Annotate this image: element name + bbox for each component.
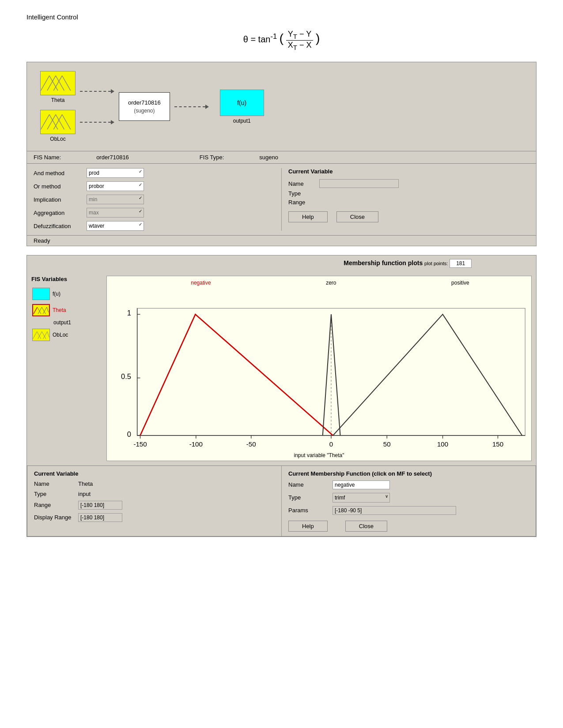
curr-var-type-row: Type [288, 190, 529, 197]
bottom-display-range-row: Display Range [34, 513, 275, 522]
arrows-in [80, 76, 114, 138]
bottom-range-input[interactable] [78, 501, 122, 510]
svg-line-6 [41, 115, 49, 130]
obloc-mf-svg [41, 110, 75, 134]
obloc-var-label: ObLoc [53, 332, 68, 338]
diagram-area: Theta ObLoc [27, 62, 536, 151]
bottom-type-row: Type input [34, 491, 275, 497]
arrowhead-1 [111, 89, 114, 94]
bottom-mf-params-input[interactable] [333, 506, 456, 515]
svg-line-3 [56, 76, 64, 91]
var-box-theta[interactable]: Theta [40, 71, 76, 103]
svg-line-10 [53, 115, 62, 130]
svg-text:0: 0 [127, 430, 131, 438]
bottom-display-range-input[interactable] [78, 513, 122, 522]
output-box[interactable]: f(u) [220, 90, 264, 116]
svg-line-0 [41, 76, 49, 91]
fu-icon [32, 288, 50, 300]
bottom-mf-type-select-wrap[interactable]: trimf trapmf gaussmf [333, 493, 390, 503]
bottom-mf-type-row: Type trimf trapmf gaussmf [288, 493, 529, 503]
svg-line-5 [62, 76, 71, 91]
svg-text:-150: -150 [133, 440, 147, 448]
fis-vars-panel: FIS Variables f(u) [31, 276, 102, 461]
svg-line-9 [56, 115, 64, 130]
left-props: And method prod min Or method probor max [34, 168, 275, 231]
curr-var-name-input[interactable] [319, 179, 399, 188]
fis-center-box[interactable]: order710816 (sugeno) [119, 92, 170, 121]
aggregation-select[interactable]: max [87, 208, 144, 218]
divider-vertical [281, 168, 282, 231]
svg-line-8 [47, 115, 56, 130]
formula-fraction: YT − Y XT − X [286, 30, 314, 51]
theta-label: Theta [51, 97, 65, 103]
bottom-left: Current Variable Name Theta Type input R… [27, 466, 282, 536]
theta-mf-svg [41, 71, 75, 95]
svg-line-14 [38, 307, 42, 314]
theta-mf-small-svg [33, 305, 49, 315]
var-box-obloc[interactable]: ObLoc [40, 110, 76, 142]
mf-label-zero: zero [326, 280, 336, 286]
and-method-select[interactable]: prod min [87, 168, 144, 178]
bottom-right: Current Membership Function (click on MF… [282, 466, 536, 536]
dashed-line-2 [80, 122, 111, 123]
bottom-mf-type-select[interactable]: trimf trapmf gaussmf [333, 493, 390, 503]
svg-line-1 [49, 76, 58, 91]
defuzz-row: Defuzzification wtaver centroid [34, 221, 275, 231]
bottom-range-label: Range [34, 502, 74, 508]
formula-paren-close: ) [316, 31, 320, 45]
implication-select[interactable]: min [87, 195, 144, 204]
arrow-out [174, 105, 209, 109]
bottom-mf-name-row: Name [288, 480, 529, 489]
status-bar: Ready [27, 235, 536, 246]
svg-line-19 [37, 332, 41, 339]
or-method-select[interactable]: probor max [87, 181, 144, 191]
svg-text:50: 50 [383, 440, 391, 448]
fis-type-value: sugeno [259, 154, 278, 161]
plot-points-input[interactable] [450, 259, 472, 268]
output1-label: output1 [53, 319, 102, 326]
fis-var-theta[interactable]: Theta [31, 303, 102, 317]
aggregation-label: Aggregation [34, 210, 82, 216]
defuzz-select-wrap[interactable]: wtaver centroid [87, 221, 144, 231]
fis-help-button[interactable]: Help [288, 211, 328, 222]
theta-var-label: Theta [53, 307, 66, 313]
curr-var-name-label: Name [288, 180, 315, 187]
props-panel: And method prod min Or method probor max [27, 163, 536, 235]
implication-row: Implication min [34, 195, 275, 204]
fis-center-type: (sugeno) [128, 108, 161, 114]
mf-help-button[interactable]: Help [288, 521, 328, 532]
mf-close-button[interactable]: Close [345, 521, 387, 532]
or-method-label: Or method [34, 183, 82, 190]
page-title: Intelligent Control [26, 13, 537, 21]
svg-text:1: 1 [127, 309, 131, 317]
bottom-info: Current Variable Name Theta Type input R… [27, 465, 536, 537]
bottom-mf-name-input[interactable] [333, 480, 390, 489]
mf-label-positive: positive [451, 280, 469, 286]
fis-var-fu[interactable]: f(u) [31, 287, 102, 301]
arrow-in-1 [80, 89, 114, 94]
or-method-select-wrap[interactable]: probor max [87, 181, 144, 191]
bottom-mf-type-label: Type [288, 494, 328, 501]
svg-line-17 [47, 307, 49, 312]
implication-select-wrap[interactable]: min [87, 195, 144, 204]
mf-labels-row: negative zero positive [133, 280, 527, 286]
svg-text:0: 0 [329, 440, 333, 448]
svg-text:-100: -100 [189, 440, 203, 448]
curr-var-type-label: Type [288, 190, 315, 197]
bottom-range-row: Range [34, 501, 275, 510]
fis-vars-title: FIS Variables [31, 276, 102, 282]
defuzz-select[interactable]: wtaver centroid [87, 221, 144, 231]
fis-close-button[interactable]: Close [336, 211, 378, 222]
fis-var-obloc[interactable]: ObLoc [31, 328, 102, 342]
fu-mf-svg [33, 288, 49, 300]
bottom-mf-buttons: Help Close [288, 521, 529, 532]
aggregation-select-wrap[interactable]: max [87, 208, 144, 218]
bottom-mf-params-row: Params [288, 506, 529, 515]
obloc-mf-small-svg [33, 329, 49, 341]
fis-editor-panel: Theta ObLoc [26, 62, 537, 246]
aggregation-row: Aggregation max [34, 208, 275, 218]
chart-area: negative zero positive 1 0.5 0 [106, 276, 532, 461]
svg-line-20 [38, 332, 42, 339]
dashed-line-out [174, 106, 205, 107]
and-method-select-wrap[interactable]: prod min [87, 168, 144, 178]
